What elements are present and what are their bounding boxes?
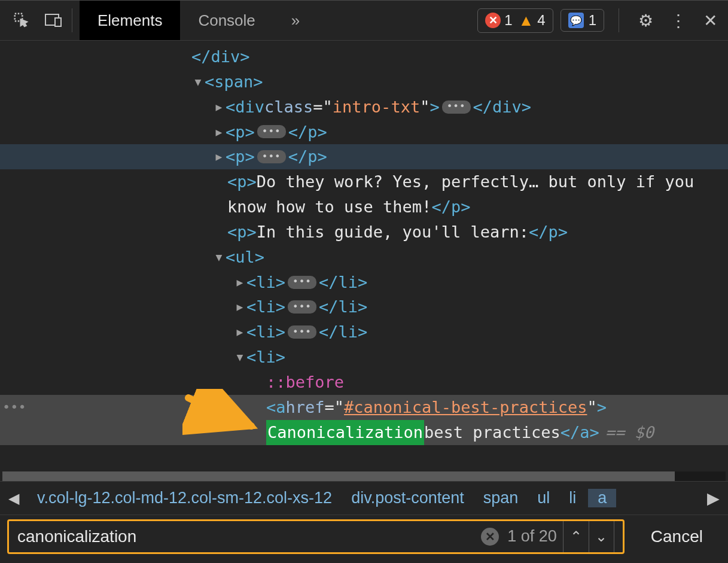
tree-node[interactable]: <span> (0, 69, 728, 95)
search-next-button[interactable]: ⌄ (589, 521, 614, 552)
tab-elements[interactable]: Elements (80, 1, 180, 40)
expand-toggle[interactable] (233, 274, 246, 291)
breadcrumb-item[interactable]: span (474, 489, 528, 507)
warning-count: 4 (537, 12, 545, 29)
tree-node[interactable]: </div> (0, 44, 728, 69)
ellipsis-icon[interactable]: ••• (288, 300, 316, 314)
expand-toggle[interactable] (212, 124, 226, 141)
console-badge[interactable]: ✕ 1 ▲ 4 (477, 8, 553, 33)
gutter-menu-icon[interactable]: ••• (2, 397, 26, 418)
expand-toggle[interactable] (212, 148, 226, 165)
breadcrumb-item[interactable]: li (559, 489, 586, 507)
expand-toggle[interactable] (233, 349, 246, 366)
svg-rect-2 (55, 18, 61, 26)
ellipsis-icon[interactable]: ••• (288, 276, 316, 289)
toolbar-left (6, 10, 65, 31)
tab-more[interactable]: » (273, 1, 318, 40)
breadcrumb-scroll-left[interactable]: ◀ (0, 490, 28, 507)
tree-node[interactable]: <div class="intro-txt">•••</div> (0, 95, 728, 120)
tab-console[interactable]: Console (180, 1, 273, 40)
error-icon: ✕ (485, 13, 501, 28)
selected-node-ref: == $0 (605, 420, 654, 445)
tree-node[interactable]: <li>•••</li> (0, 319, 728, 345)
devtools-toolbar: Elements Console » ✕ 1 ▲ 4 💬 1 ⚙ ⋮ ✕ (0, 0, 728, 41)
cancel-button[interactable]: Cancel (633, 527, 721, 546)
ellipsis-icon[interactable]: ••• (442, 101, 471, 114)
elements-tree[interactable]: </div> <span> <div class="intro-txt">•••… (0, 41, 728, 471)
settings-icon[interactable]: ⚙ (633, 11, 658, 31)
clear-search-icon[interactable]: ✕ (481, 528, 499, 546)
device-toggle-icon[interactable] (43, 10, 65, 31)
breadcrumb-item[interactable]: div.post-content (342, 489, 474, 507)
expand-toggle[interactable] (212, 249, 226, 266)
breadcrumb-item[interactable]: v.col-lg-12.col-md-12.col-sm-12.col-xs-1… (28, 489, 342, 507)
search-bar: ✕ 1 of 20 ⌃ ⌄ Cancel (0, 515, 728, 558)
more-menu-icon[interactable]: ⋮ (665, 11, 692, 31)
error-badge: ✕ 1 (485, 12, 512, 29)
search-field[interactable]: ✕ 1 of 20 ⌃ ⌄ (7, 519, 625, 554)
tab-bar: Elements Console » (80, 1, 318, 40)
error-count: 1 (504, 12, 512, 29)
toolbar-right: ✕ 1 ▲ 4 💬 1 ⚙ ⋮ ✕ (477, 8, 722, 33)
tree-node-selected[interactable]: Canonicalization best practices</a>== $0 (0, 420, 728, 445)
search-prev-button[interactable]: ⌃ (563, 521, 589, 552)
search-highlight: Canonicalization (266, 420, 424, 445)
expand-toggle[interactable] (233, 324, 246, 340)
ellipsis-icon[interactable]: ••• (288, 325, 316, 339)
search-nav: ⌃ ⌄ (563, 521, 614, 552)
issues-count: 1 (589, 12, 596, 29)
tree-node[interactable]: <li>•••</li> (0, 294, 728, 319)
toolbar-divider (72, 8, 72, 32)
warning-icon: ▲ (519, 11, 534, 30)
tree-node[interactable]: ::before (0, 370, 728, 395)
breadcrumb-item[interactable]: ul (528, 489, 559, 507)
warning-badge: ▲ 4 (519, 11, 546, 30)
tree-node[interactable]: <p>•••</p> (0, 144, 728, 169)
message-icon: 💬 (568, 13, 584, 28)
tree-node-selected[interactable]: ••• <a href="#canonical-best-practices"> (0, 395, 728, 420)
inspect-element-icon[interactable] (11, 10, 32, 31)
expand-toggle[interactable] (212, 99, 226, 115)
issues-badge[interactable]: 💬 1 (561, 9, 604, 32)
breadcrumb: ◀ v.col-lg-12.col-md-12.col-sm-12.col-xs… (0, 481, 728, 515)
ellipsis-icon[interactable]: ••• (257, 150, 286, 163)
scrollbar-thumb[interactable] (2, 471, 675, 481)
search-input[interactable] (17, 527, 481, 546)
expand-toggle[interactable] (233, 299, 246, 315)
tree-node[interactable]: <p>Do they work? Yes, perfectly… but onl… (0, 169, 728, 220)
horizontal-scrollbar[interactable] (2, 471, 726, 481)
ellipsis-icon[interactable]: ••• (257, 125, 286, 138)
close-icon[interactable]: ✕ (699, 11, 722, 31)
search-match-count: 1 of 20 (507, 527, 557, 546)
toolbar-divider (619, 8, 619, 32)
breadcrumb-scroll-right[interactable]: ▶ (703, 489, 723, 508)
tree-node[interactable]: <ul> (0, 245, 728, 270)
expand-toggle[interactable] (191, 74, 205, 90)
tree-node[interactable]: <li>•••</li> (0, 270, 728, 295)
breadcrumb-item-current[interactable]: a (588, 489, 616, 507)
tree-node[interactable]: <p>•••</p> (0, 120, 728, 145)
tree-node[interactable]: <li> (0, 345, 728, 370)
tree-node[interactable]: <p>In this guide, you'll learn:</p> (0, 220, 728, 245)
